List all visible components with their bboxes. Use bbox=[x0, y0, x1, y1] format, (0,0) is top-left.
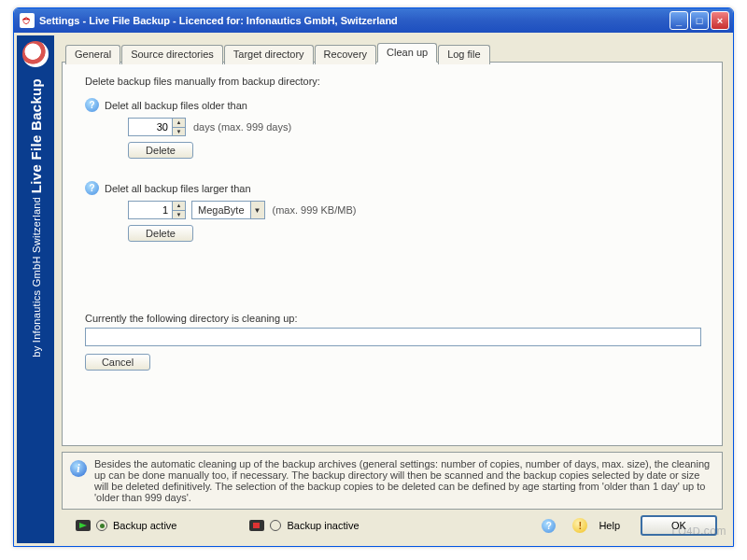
close-button[interactable]: × bbox=[711, 11, 729, 30]
maximize-button[interactable]: □ bbox=[690, 11, 709, 30]
tab-recovery[interactable]: Recovery bbox=[315, 45, 376, 64]
tab-source-directories[interactable]: Source directories bbox=[121, 45, 223, 64]
larger-size-input[interactable] bbox=[129, 202, 172, 218]
current-directory-field[interactable] bbox=[85, 328, 701, 346]
older-label: Delet all backup files older than bbox=[105, 100, 247, 111]
cancel-button[interactable]: Cancel bbox=[85, 354, 150, 371]
spin-up-icon[interactable]: ▲ bbox=[173, 202, 185, 211]
panel-clean-up: Delete backup files manually from backup… bbox=[62, 62, 723, 446]
help-icon[interactable]: ? bbox=[85, 98, 99, 112]
older-unit-hint: days (max. 999 days) bbox=[193, 121, 291, 133]
larger-unit-value: MegaByte bbox=[192, 204, 250, 216]
larger-unit-hint: (max. 999 KB/MB) bbox=[273, 204, 357, 216]
tab-log-file[interactable]: Log file bbox=[438, 45, 489, 64]
radio-on-icon bbox=[96, 520, 107, 531]
older-days-spinner[interactable]: ▲▼ bbox=[128, 118, 186, 136]
sidebar: by Infonautics GmbH Switzerland Live Fil… bbox=[17, 35, 54, 543]
spin-down-icon[interactable]: ▼ bbox=[173, 128, 185, 136]
heading: Delete backup files manually from backup… bbox=[85, 76, 703, 87]
sidebar-caption: by Infonautics GmbH Switzerland Live Fil… bbox=[28, 78, 44, 357]
current-label: Currently the following directory is cle… bbox=[85, 313, 703, 324]
info-text: Besides the automatic cleaning up of the… bbox=[94, 458, 714, 503]
larger-label: Delet all backup files larger than bbox=[105, 183, 251, 194]
larger-unit-combo[interactable]: MegaByte ▼ bbox=[191, 201, 265, 219]
chevron-down-icon[interactable]: ▼ bbox=[250, 202, 264, 218]
tabstrip: General Source directories Target direct… bbox=[62, 43, 723, 63]
radio-off-icon bbox=[270, 520, 281, 531]
backup-inactive-radio[interactable]: Backup inactive bbox=[239, 515, 369, 536]
app-icon: ⛑ bbox=[20, 13, 35, 28]
window-title: Settings - Live File Backup - Licenced f… bbox=[39, 15, 668, 26]
spin-up-icon[interactable]: ▲ bbox=[173, 119, 185, 128]
settings-window: ⛑ Settings - Live File Backup - Licenced… bbox=[13, 7, 734, 547]
tab-target-directory[interactable]: Target directory bbox=[224, 45, 314, 64]
help-label[interactable]: Help bbox=[599, 520, 620, 531]
info-icon: i bbox=[70, 460, 87, 477]
help-icon[interactable]: ? bbox=[542, 519, 556, 533]
help-icon[interactable]: ? bbox=[85, 181, 99, 195]
play-icon bbox=[76, 520, 91, 531]
spin-down-icon[interactable]: ▼ bbox=[173, 211, 185, 219]
warning-icon: ! bbox=[572, 518, 587, 533]
info-box: i Besides the automatic cleaning up of t… bbox=[62, 452, 723, 510]
minimize-button[interactable]: _ bbox=[669, 11, 688, 30]
larger-size-spinner[interactable]: ▲▼ bbox=[128, 201, 186, 219]
ok-button[interactable]: OK bbox=[641, 515, 717, 536]
older-days-input[interactable] bbox=[129, 119, 172, 135]
tab-clean-up[interactable]: Clean up bbox=[377, 43, 437, 63]
titlebar[interactable]: ⛑ Settings - Live File Backup - Licenced… bbox=[14, 8, 733, 33]
larger-delete-button[interactable]: Delete bbox=[128, 225, 193, 242]
tab-general[interactable]: General bbox=[65, 45, 120, 64]
lifebuoy-icon bbox=[22, 41, 49, 67]
bottom-bar: Backup active Backup inactive ? ! Help O… bbox=[62, 510, 723, 538]
older-delete-button[interactable]: Delete bbox=[128, 142, 193, 159]
backup-active-radio[interactable]: Backup active bbox=[65, 515, 187, 536]
stop-icon bbox=[249, 520, 264, 531]
